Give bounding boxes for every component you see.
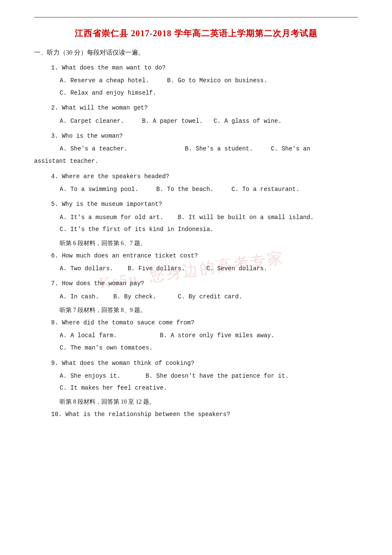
question-7-stem: 7. How does the woman pay? bbox=[51, 278, 358, 289]
question-8-options-ab: A. A local farm. B. A store only five mi… bbox=[60, 330, 358, 341]
top-border bbox=[34, 17, 358, 17]
question-8-option-c: C. The man's own tomatoes. bbox=[60, 342, 358, 354]
question-8-stem: 8. Where did the tomato sauce come from? bbox=[51, 318, 358, 328]
question-4-stem: 4. Where are the speakers headed? bbox=[51, 171, 358, 182]
question-3-stem: 3. Who is the woman? bbox=[51, 131, 358, 142]
question-9: 9. What does the woman think of cooking?… bbox=[34, 358, 358, 394]
question-2-options-abc: A. Carpet cleaner. B. A paper towel. C. … bbox=[60, 116, 358, 127]
question-10-stem: 10. What is the relationship between the… bbox=[51, 409, 358, 420]
page-title: 江西省崇仁县 2017-2018 学年高二英语上学期第二次月考试题 bbox=[34, 28, 358, 39]
question-5-options-ab: A. It's a museum for old art. B. It will… bbox=[60, 212, 358, 223]
question-3-options-abc: A. She's a teacher. B. She's a student. … bbox=[60, 143, 358, 155]
question-9-option-c: C. It makes her feel creative. bbox=[60, 382, 358, 394]
question-1: 1. What does the man want to do? A. Rese… bbox=[34, 63, 358, 98]
subheader-2: 听第 7 段材料，回答第 8、9 题。 bbox=[60, 306, 358, 314]
question-4: 4. Where are the speakers headed? A. To … bbox=[34, 171, 358, 195]
question-1-options-ab: A. Reserve a cheap hotel. B. Go to Mexic… bbox=[60, 75, 358, 87]
question-5-stem: 5. Why is the museum important? bbox=[51, 199, 358, 210]
question-2: 2. What will the woman get? A. Carpet cl… bbox=[34, 103, 358, 127]
question-7: 7. How does the woman pay? A. In cash. B… bbox=[34, 278, 358, 302]
question-3: 3. Who is the woman? A. She's a teacher.… bbox=[34, 131, 358, 167]
question-10: 10. What is the relationship between the… bbox=[34, 409, 358, 420]
question-7-options-abc: A. In cash. B. By check. C. By credit ca… bbox=[60, 291, 358, 303]
subheader-3: 听第 8 段材料，回答第 10 至 12 题。 bbox=[60, 398, 358, 406]
question-3-option-c-wrap: assistant teacher. bbox=[34, 156, 358, 167]
question-6-stem: 6. How much does an entrance ticket cost… bbox=[51, 251, 358, 261]
question-6-options-abc: A. Two dollars. B. Five dollars. C. Seve… bbox=[60, 263, 358, 275]
question-2-stem: 2. What will the woman get? bbox=[51, 103, 358, 113]
question-5-option-c: C. It's the first of its kind in Indones… bbox=[60, 224, 358, 235]
question-9-stem: 9. What does the woman think of cooking? bbox=[51, 358, 358, 369]
question-8: 8. Where did the tomato sauce come from?… bbox=[34, 318, 358, 353]
question-9-options-ab: A. She enjoys it. B. She doesn't have th… bbox=[60, 370, 358, 382]
question-1-stem: 1. What does the man want to do? bbox=[51, 63, 358, 73]
question-6: 6. How much does an entrance ticket cost… bbox=[34, 251, 358, 275]
subheader-1: 听第 6 段材料，回答第 6、7 题。 bbox=[60, 240, 358, 247]
section1-header: 一、听力（30 分）每段对话仅读一遍。 bbox=[34, 49, 358, 57]
question-4-options-abc: A. To a swimming pool. B. To the beach. … bbox=[60, 184, 358, 195]
question-1-option-c: C. Relax and enjoy himself. bbox=[60, 87, 358, 99]
question-5: 5. Why is the museum important? A. It's … bbox=[34, 199, 358, 235]
